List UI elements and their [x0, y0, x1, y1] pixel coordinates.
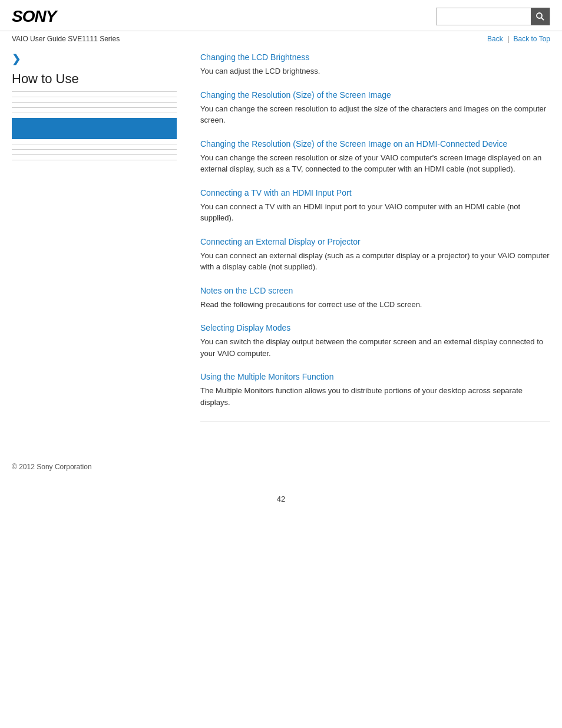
sidebar-divider-6 — [12, 149, 177, 150]
content-section-resolution-hdmi: Changing the Resolution (Size) of the Sc… — [200, 139, 550, 175]
sidebar-divider-2 — [12, 102, 177, 103]
content-section-connecting-external: Connecting an External Display or Projec… — [200, 237, 550, 273]
sub-header: VAIO User Guide SVE1111 Series Back | Ba… — [0, 31, 562, 47]
desc-resolution-screen: You can change the screen resolution to … — [200, 103, 550, 126]
link-resolution-hdmi[interactable]: Changing the Resolution (Size) of the Sc… — [200, 139, 550, 149]
sony-logo: SONY — [12, 7, 56, 26]
svg-line-1 — [541, 18, 544, 20]
desc-selecting-display: You can switch the display output betwee… — [200, 336, 550, 359]
content-section-multiple-monitors: Using the Multiple Monitors Function The… — [200, 372, 550, 408]
content-bottom-divider — [200, 421, 550, 421]
link-connecting-tv[interactable]: Connecting a TV with an HDMI Input Port — [200, 188, 550, 197]
sidebar-divider-8 — [12, 160, 177, 160]
page-number: 42 — [0, 495, 562, 503]
guide-title: VAIO User Guide SVE1111 Series — [12, 35, 120, 43]
sidebar-chevron: ❯ — [12, 52, 177, 65]
search-input[interactable] — [437, 12, 531, 21]
desc-lcd-brightness: You can adjust the LCD brightness. — [200, 65, 550, 77]
sidebar: ❯ How to Use — [12, 52, 189, 433]
desc-connecting-tv: You can connect a TV with an HDMI input … — [200, 201, 550, 224]
link-selecting-display[interactable]: Selecting Display Modes — [200, 323, 550, 332]
link-connecting-external[interactable]: Connecting an External Display or Projec… — [200, 237, 550, 246]
sidebar-title: How to Use — [12, 71, 177, 92]
desc-connecting-external: You can connect an external display (suc… — [200, 250, 550, 273]
link-multiple-monitors[interactable]: Using the Multiple Monitors Function — [200, 372, 550, 381]
main-container: ❯ How to Use Changing the LCD Brightness… — [0, 52, 562, 433]
content-section-notes-lcd: Notes on the LCD screen Read the followi… — [200, 286, 550, 311]
sidebar-divider-7 — [12, 154, 177, 155]
footer: © 2012 Sony Corporation — [0, 451, 562, 483]
content-section-connecting-tv: Connecting a TV with an HDMI Input Port … — [200, 188, 550, 224]
back-to-top-link[interactable]: Back to Top — [514, 35, 550, 43]
copyright: © 2012 Sony Corporation — [12, 463, 92, 471]
content-area: Changing the LCD Brightness You can adju… — [189, 52, 550, 433]
search-icon — [535, 12, 545, 21]
header: SONY — [0, 0, 562, 31]
sidebar-divider-3 — [12, 107, 177, 108]
nav-links: Back | Back to Top — [487, 35, 550, 43]
back-link[interactable]: Back — [487, 35, 503, 43]
desc-notes-lcd: Read the following precautions for corre… — [200, 299, 550, 311]
link-lcd-brightness[interactable]: Changing the LCD Brightness — [200, 52, 550, 62]
sidebar-divider-4 — [12, 113, 177, 113]
sidebar-divider-1 — [12, 97, 177, 97]
sidebar-divider-5 — [12, 144, 177, 144]
content-section-lcd-brightness: Changing the LCD Brightness You can adju… — [200, 52, 550, 77]
link-resolution-screen[interactable]: Changing the Resolution (Size) of the Sc… — [200, 90, 550, 100]
sidebar-active-item[interactable] — [12, 118, 177, 139]
search-button[interactable] — [531, 8, 550, 25]
svg-point-0 — [537, 13, 542, 18]
desc-multiple-monitors: The Multiple Monitors function allows yo… — [200, 385, 550, 408]
desc-resolution-hdmi: You can change the screen resolution or … — [200, 152, 550, 175]
content-section-resolution-screen: Changing the Resolution (Size) of the Sc… — [200, 90, 550, 126]
search-box — [436, 8, 550, 25]
content-section-selecting-display: Selecting Display Modes You can switch t… — [200, 323, 550, 359]
link-notes-lcd[interactable]: Notes on the LCD screen — [200, 286, 550, 295]
